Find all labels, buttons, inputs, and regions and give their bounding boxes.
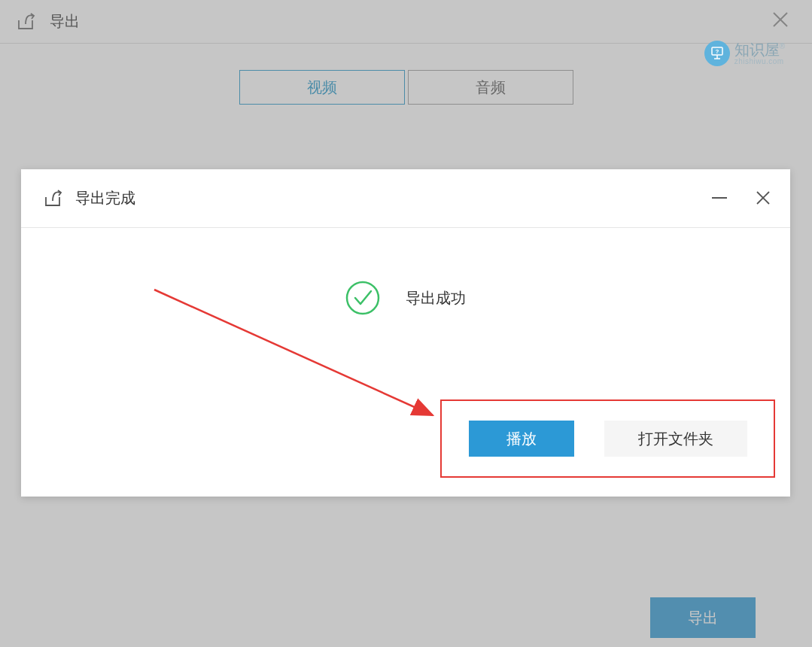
- success-row: 导出成功: [345, 281, 466, 315]
- open-folder-button[interactable]: 打开文件夹: [604, 421, 747, 457]
- action-highlight-box: 播放 打开文件夹: [440, 399, 775, 478]
- modal-header: 导出完成: [21, 169, 790, 228]
- watermark-reg: ®: [780, 42, 785, 50]
- export-icon: [42, 188, 63, 209]
- svg-text:?: ?: [715, 48, 719, 55]
- watermark-logo-icon: ?: [704, 41, 730, 66]
- success-check-icon: [345, 281, 380, 315]
- export-complete-modal: 导出完成 导出成功 播放 打开文件夹: [21, 169, 790, 497]
- modal-window-controls: [712, 190, 771, 205]
- watermark-text: 知识屋 ® zhishiwu.com: [734, 42, 785, 65]
- watermark: ? 知识屋 ® zhishiwu.com: [704, 41, 785, 66]
- modal-title: 导出完成: [75, 188, 135, 208]
- watermark-main: 知识屋: [734, 42, 780, 57]
- watermark-sub: zhishiwu.com: [734, 57, 785, 65]
- modal-body: 导出成功 播放 打开文件夹: [21, 228, 790, 497]
- play-button[interactable]: 播放: [469, 421, 574, 457]
- svg-point-8: [347, 282, 379, 314]
- minimize-icon[interactable]: [712, 197, 727, 199]
- success-text: 导出成功: [406, 288, 466, 308]
- close-icon[interactable]: [756, 190, 771, 205]
